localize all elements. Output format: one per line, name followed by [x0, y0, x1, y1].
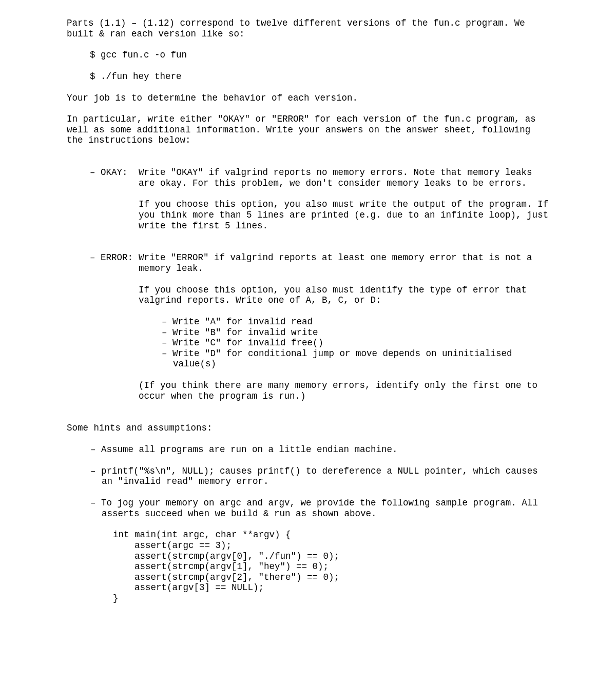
- code-line-5: assert(strcmp(argv[2], "there") == 0);: [113, 572, 549, 583]
- command-run: $ ./fun hey there: [67, 71, 549, 82]
- error-type-b: – Write "B" for invalid write: [162, 327, 549, 338]
- error-label: – ERROR:: [90, 252, 139, 401]
- hint-2: – printf("%s\n", NULL); causes printf() …: [67, 466, 549, 487]
- error-types-list: – Write "A" for invalid read – Write "B"…: [139, 317, 549, 369]
- error-option: – ERROR: Write "ERROR" if valgrind repor…: [67, 252, 549, 401]
- okay-option: – OKAY: Write "OKAY" if valgrind reports…: [67, 167, 549, 231]
- command-gcc: $ gcc fun.c -o fun: [67, 50, 549, 61]
- okay-text-1: Write "OKAY" if valgrind reports no memo…: [139, 167, 549, 188]
- intro-paragraph-1: Parts (1.1) – (1.12) correspond to twelv…: [67, 18, 549, 39]
- code-line-6: assert(argv[3] == NULL);: [113, 582, 549, 593]
- hint-3: – To jog your memory on argc and argv, w…: [67, 498, 549, 519]
- okay-text-2: If you choose this option, you also must…: [139, 199, 549, 231]
- hint-1: – Assume all programs are run on a littl…: [67, 444, 549, 455]
- code-line-1: int main(int argc, char **argv) {: [113, 530, 549, 540]
- intro-paragraph-3: In particular, write either "OKAY" or "E…: [67, 114, 549, 146]
- error-type-d: – Write "D" for conditional jump or move…: [162, 348, 549, 369]
- code-line-2: assert(argc == 3);: [113, 540, 549, 551]
- error-paren-note: (If you think there are many memory erro…: [139, 380, 549, 401]
- code-line-4: assert(strcmp(argv[1], "hey") == 0);: [113, 561, 549, 572]
- hints-heading: Some hints and assumptions:: [67, 423, 549, 434]
- okay-label: – OKAY:: [90, 167, 139, 231]
- error-type-a: – Write "A" for invalid read: [162, 317, 549, 327]
- error-text-1: Write "ERROR" if valgrind reports at lea…: [139, 252, 549, 273]
- error-text-2: If you choose this option, you also must…: [139, 285, 549, 306]
- code-line-3: assert(strcmp(argv[0], "./fun") == 0);: [113, 551, 549, 562]
- hints-list: – Assume all programs are run on a littl…: [67, 444, 549, 519]
- intro-paragraph-2: Your job is to determine the behavior of…: [67, 93, 549, 104]
- error-type-c: – Write "C" for invalid free(): [162, 338, 549, 348]
- sample-code: int main(int argc, char **argv) { assert…: [67, 530, 549, 603]
- code-line-7: }: [113, 593, 549, 604]
